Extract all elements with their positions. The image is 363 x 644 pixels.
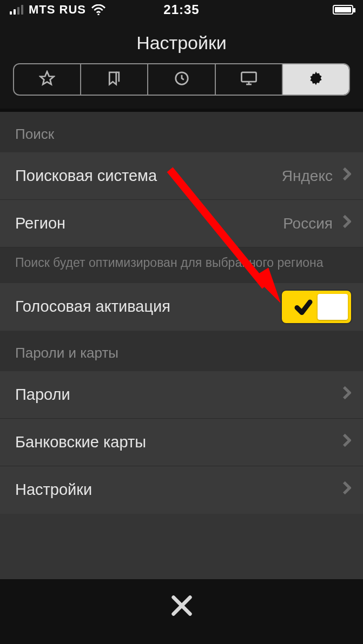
clock-icon	[174, 70, 190, 89]
tab-bar-container	[0, 63, 363, 109]
bank-cards-label: Банковские карты	[15, 433, 146, 451]
bookmark-icon	[106, 70, 122, 89]
voice-activation-row: Голосовая активация	[0, 283, 363, 331]
status-bar: MTS RUS 21:35	[0, 0, 363, 19]
bookmarks-tab[interactable]	[81, 64, 148, 95]
close-icon	[169, 593, 194, 618]
region-row[interactable]: Регион Россия	[0, 200, 363, 247]
history-tab[interactable]	[148, 64, 215, 95]
passwords-row[interactable]: Пароли	[0, 371, 363, 419]
region-label: Регион	[15, 214, 65, 232]
chevron-right-icon	[342, 433, 351, 451]
close-button[interactable]	[169, 593, 194, 620]
devices-tab[interactable]	[216, 64, 283, 95]
chevron-right-icon	[342, 386, 351, 404]
region-value: Россия	[283, 215, 333, 232]
search-engine-value: Яндекс	[282, 167, 333, 185]
passwords-label: Пароли	[15, 386, 70, 404]
page-title: Настройки	[0, 32, 363, 53]
chevron-right-icon	[342, 481, 351, 499]
close-bar	[0, 579, 363, 644]
tab-bar	[13, 63, 350, 96]
settings-screen: MTS RUS 21:35 Настройки	[0, 0, 363, 644]
search-engine-label: Поисковая система	[15, 167, 157, 185]
page-header: Настройки	[0, 19, 363, 63]
search-section-header: Поиск	[0, 112, 363, 152]
battery-icon	[333, 5, 353, 15]
monitor-icon	[240, 71, 258, 88]
voice-activation-toggle[interactable]	[282, 291, 351, 323]
passwords-settings-label: Настройки	[15, 481, 92, 499]
star-icon	[39, 70, 55, 89]
bank-cards-row[interactable]: Банковские карты	[0, 419, 363, 466]
clock: 21:35	[0, 2, 363, 17]
chevron-right-icon	[342, 167, 351, 185]
passwords-section-header: Пароли и карты	[0, 331, 363, 371]
search-engine-row[interactable]: Поисковая система Яндекс	[0, 152, 363, 200]
gear-icon	[308, 70, 324, 89]
settings-tab[interactable]	[283, 64, 349, 95]
favorites-tab[interactable]	[14, 64, 81, 95]
svg-marker-1	[41, 72, 54, 85]
check-icon	[294, 297, 313, 320]
status-right	[333, 5, 353, 15]
toggle-knob	[318, 294, 348, 320]
voice-activation-label: Голосовая активация	[15, 298, 170, 316]
passwords-settings-row[interactable]: Настройки	[0, 466, 363, 514]
chevron-right-icon	[342, 214, 351, 232]
region-footnote: Поиск будет оптимизирован для выбранного…	[0, 247, 363, 283]
svg-rect-3	[241, 72, 256, 82]
